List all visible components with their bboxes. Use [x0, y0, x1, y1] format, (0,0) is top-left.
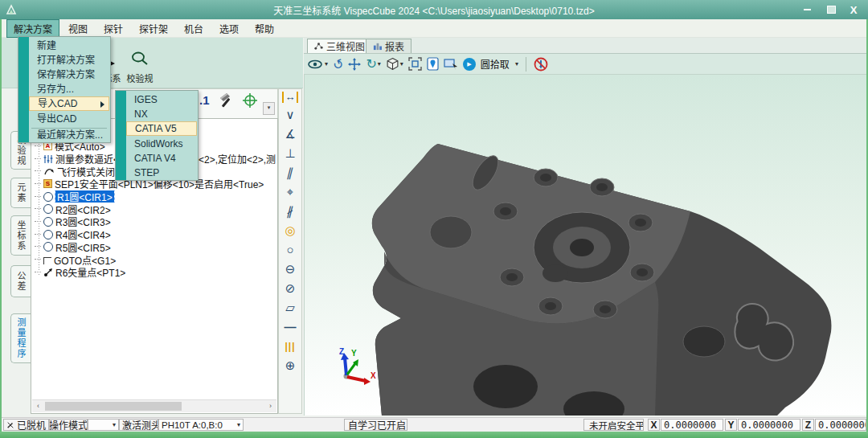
rotate-button[interactable]: ↻▾ [366, 56, 380, 72]
3d-viewport[interactable]: Z Y X [304, 75, 867, 415]
side-tab-elements[interactable]: 元素 [10, 178, 31, 208]
menu-item-export-cad[interactable]: 导出CAD [29, 112, 109, 126]
menu-item-save-solution[interactable]: 保存解决方案 [29, 68, 109, 82]
window-edge-bottom [0, 432, 868, 438]
menu-view[interactable]: 视图 [61, 19, 95, 38]
tree-horizontal-scrollbar[interactable]: ‹ › [32, 399, 276, 412]
orbit-button[interactable]: ↺ [330, 55, 346, 74]
submenu-item-nx[interactable]: NX [126, 107, 197, 121]
minimize-button[interactable] [796, 0, 818, 19]
selected-tree-item: R1圆<CIR1> [55, 190, 114, 203]
scroll-left-arrow[interactable]: ‹ [34, 402, 43, 411]
solution-menu-dropdown: 新建 打开解决方案 保存解决方案 另存为... 导入CAD 导出CAD 最近解决… [18, 36, 111, 143]
orientation-triad: Z Y X [339, 347, 376, 385]
menu-options[interactable]: 选项 [212, 19, 246, 38]
submenu-item-solidworks[interactable]: SolidWorks [126, 137, 197, 151]
svg-text:X: X [371, 371, 376, 380]
application-window: 天准三坐标系统 VispecCube 2024 <C:\Users\jiaosi… [0, 0, 868, 438]
box-select-button[interactable] [444, 56, 458, 72]
vector-point-icon [43, 268, 53, 277]
tree-item-circle-3[interactable]: R3圆<CIR3> [35, 215, 276, 228]
tolerance-button[interactable]: .1 [199, 93, 210, 107]
gdt-angle-icon[interactable]: ∡ [281, 127, 299, 141]
hammer-button[interactable] [218, 92, 234, 108]
x-axis-label: X [648, 419, 660, 431]
status-bar: 已脱机 操作模式 ▾ 激活测头 PH10T A:0,B:0▾ 自学习已开启 未开 [0, 417, 868, 432]
menu-machine[interactable]: 机台 [177, 19, 211, 38]
scrollbar-thumb[interactable] [45, 402, 182, 411]
submenu-item-step[interactable]: STEP [126, 166, 197, 180]
gdt-runout-icon[interactable]: ⊘ [281, 281, 299, 296]
operation-mode-select[interactable]: ▾ [88, 419, 119, 431]
menu-item-import-cad[interactable]: 导入CAD [29, 96, 109, 111]
active-probe-select[interactable]: PH10T A:0,B:0▾ [158, 419, 244, 431]
gdt-angle-between-icon[interactable]: ∨ [281, 108, 299, 122]
view-eye-button[interactable]: ▾ [308, 56, 328, 72]
svg-text:Z: Z [339, 347, 344, 356]
tab-report[interactable]: 报表 [366, 39, 411, 53]
gdt-straightness-icon[interactable]: — [281, 320, 299, 334]
submenu-item-iges[interactable]: IGES [126, 92, 197, 107]
alignment-target-button[interactable] [242, 92, 258, 108]
gdt-roundness-icon[interactable]: ○ [281, 243, 299, 257]
cube-views-button[interactable]: ▾ [386, 56, 403, 72]
submenu-item-catia-v5[interactable]: CATIA V5 [126, 121, 197, 136]
menu-item-recent-solutions[interactable]: 最近解决方案... [29, 128, 109, 142]
play-measure-button[interactable]: ▶ [463, 58, 476, 71]
pick-mode-caret[interactable]: ▾ [515, 60, 518, 68]
gdt-perpendicularity-icon[interactable]: ⊥ [281, 146, 299, 161]
menu-probe[interactable]: 探针 [96, 19, 130, 38]
circle-icon [43, 230, 53, 239]
menu-help[interactable]: 帮助 [248, 19, 281, 38]
locate-pin-button[interactable] [427, 56, 439, 72]
gdt-position-icon[interactable]: ⌖ [281, 185, 299, 199]
side-tab-coordinate-system[interactable]: 坐标系 [10, 215, 31, 256]
scroll-right-arrow[interactable]: › [266, 402, 275, 411]
fit-view-button[interactable] [408, 56, 422, 72]
pick-mode-dropdown[interactable]: 圆拾取 [481, 57, 510, 71]
goto-icon [43, 257, 51, 264]
side-tab-tolerance[interactable]: 公差 [10, 265, 31, 297]
menu-solution[interactable]: 解决方案 [6, 19, 59, 38]
gdt-toolbar: ↔ ∨ ∡ ⊥ ∥ ⌖ ∦ ◎ ○ ⊖ ⊘ ▱ — ||| ⊕ [278, 88, 302, 414]
menu-probe-rack[interactable]: 探针架 [132, 19, 175, 38]
toolbar-separator [526, 57, 526, 72]
gdt-line-profile-icon[interactable]: ⊖ [281, 262, 299, 276]
y-coordinate-value: 0.0000000 [738, 419, 800, 431]
tab-3d-view[interactable]: 三维视图 [307, 39, 372, 53]
menu-accent-strip [18, 37, 29, 142]
self-learning-button[interactable]: 自学习已开启 [344, 419, 407, 431]
tree-item-vector-point[interactable]: R6矢量点<PT1> [35, 266, 276, 279]
gdt-flatness-icon[interactable]: ▱ [281, 301, 299, 315]
gdt-parallelism-icon[interactable]: ∥ [280, 166, 301, 180]
menu-item-new[interactable]: 新建 [29, 39, 109, 53]
tree-item-circle-2[interactable]: R2圆<CIR2> [35, 203, 276, 215]
title-bar: 天准三坐标系统 VispecCube 2024 <C:\Users\jiaosi… [0, 0, 868, 19]
submenu-accent-strip [116, 91, 126, 180]
offline-status: 已脱机 [3, 419, 49, 431]
tree-item-circle-4[interactable]: R4圆<CIR4> [35, 228, 276, 241]
side-tab-measure-program[interactable]: 测量程序 [10, 313, 31, 363]
restore-button[interactable] [820, 0, 842, 19]
y-axis-label: Y [725, 419, 737, 431]
tree-item-circle-1[interactable]: R1圆<CIR1> [35, 190, 276, 203]
gdt-distance-icon[interactable]: ↔ [282, 92, 298, 103]
gdt-symmetry-icon[interactable]: ||| [281, 339, 299, 354]
menu-item-open-solution[interactable]: 打开解决方案 [29, 53, 109, 68]
fit-view-icon [408, 57, 422, 71]
tree-item-circle-5[interactable]: R5圆<CIR5> [35, 241, 276, 254]
pan-button[interactable] [348, 56, 361, 72]
submenu-item-catia-v4[interactable]: CATIA V4 [126, 151, 197, 166]
gdt-true-position-icon[interactable]: ⊕ [281, 358, 299, 373]
cad-part[interactable]: Z Y X [305, 75, 867, 415]
menu-item-save-as[interactable]: 另存为... [29, 82, 109, 96]
probe-disabled-button[interactable] [534, 56, 548, 72]
check-gauge-button[interactable]: 校验规 [122, 41, 158, 84]
report-icon [373, 42, 382, 51]
gdt-angularity-icon[interactable]: ∦ [280, 204, 301, 219]
toolbar-overflow-button[interactable]: ▾ [263, 102, 275, 115]
gdt-concentricity-icon[interactable]: ◎ [281, 223, 299, 238]
window-title: 天准三坐标系统 VispecCube 2024 <C:\Users\jiaosi… [0, 3, 868, 17]
close-button[interactable]: X [842, 0, 865, 19]
tree-item-goto[interactable]: GOTO点<G1> [35, 253, 276, 266]
